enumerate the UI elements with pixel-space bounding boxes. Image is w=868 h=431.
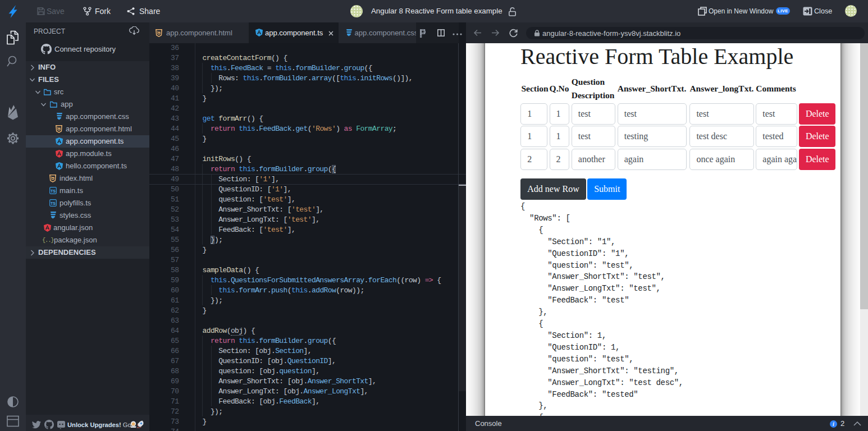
svg-text:TS: TS [51, 201, 56, 205]
svg-text:TS: TS [51, 189, 56, 193]
